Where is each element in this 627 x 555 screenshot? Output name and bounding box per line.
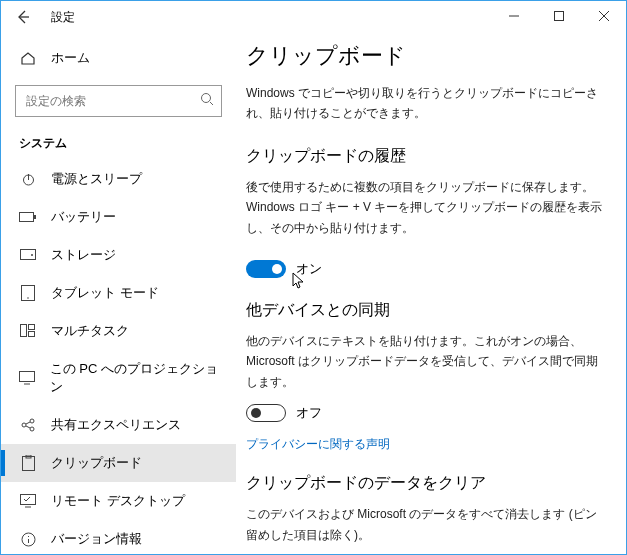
close-button[interactable]	[581, 1, 626, 31]
maximize-button[interactable]	[536, 1, 581, 31]
nav-clipboard[interactable]: クリップボード	[1, 444, 236, 482]
main-panel[interactable]: クリップボード Windows でコピーや切り取りを行うとクリップボードにコピー…	[236, 33, 626, 554]
nav-label: リモート デスクトップ	[51, 492, 185, 510]
nav-tablet[interactable]: タブレット モード	[1, 274, 236, 312]
svg-rect-3	[20, 212, 34, 221]
tablet-icon	[19, 285, 37, 301]
svg-rect-16	[22, 457, 34, 471]
svg-point-14	[30, 419, 34, 423]
back-button[interactable]	[9, 3, 37, 31]
nav-label: マルチタスク	[51, 322, 129, 340]
storage-icon	[19, 249, 37, 261]
svg-point-8	[27, 297, 29, 299]
history-toggle[interactable]	[246, 260, 286, 278]
minimize-button[interactable]	[491, 1, 536, 31]
nav-label: バッテリー	[51, 208, 116, 226]
sync-toggle[interactable]	[246, 404, 286, 422]
sync-toggle-label: オフ	[296, 404, 322, 422]
svg-point-15	[30, 427, 34, 431]
svg-rect-0	[554, 12, 563, 21]
history-toggle-label: オン	[296, 260, 322, 278]
nav-label: 電源とスリープ	[51, 170, 142, 188]
nav-storage[interactable]: ストレージ	[1, 236, 236, 274]
intro-text: Windows でコピーや切り取りを行うとクリップボードにコピーされ、貼り付ける…	[246, 83, 604, 124]
svg-rect-4	[34, 215, 36, 219]
nav-label: クリップボード	[51, 454, 142, 472]
nav-battery[interactable]: バッテリー	[1, 198, 236, 236]
power-icon	[19, 172, 37, 187]
multitask-icon	[19, 324, 37, 338]
nav-label: ストレージ	[51, 246, 116, 264]
nav-multitask[interactable]: マルチタスク	[1, 312, 236, 350]
window-title: 設定	[51, 9, 75, 26]
history-desc: 後で使用するために複数の項目をクリップボードに保存します。Windows ロゴ …	[246, 177, 604, 238]
nav-label: この PC へのプロジェクション	[50, 360, 218, 396]
svg-rect-10	[29, 325, 35, 330]
nav-projection[interactable]: この PC へのプロジェクション	[1, 350, 236, 406]
sync-heading: 他デバイスとの同期	[246, 300, 604, 321]
nav-about[interactable]: バージョン情報	[1, 520, 236, 555]
nav-label: 共有エクスペリエンス	[51, 416, 181, 434]
nav-remote[interactable]: リモート デスクトップ	[1, 482, 236, 520]
clear-desc: このデバイスおよび Microsoft のデータをすべて消去します (ピン留めし…	[246, 504, 604, 545]
page-title: クリップボード	[246, 41, 604, 71]
home-nav[interactable]: ホーム	[1, 41, 236, 75]
projection-icon	[19, 371, 36, 385]
history-heading: クリップボードの履歴	[246, 146, 604, 167]
svg-rect-9	[21, 325, 27, 337]
info-icon	[19, 532, 37, 547]
clear-heading: クリップボードのデータをクリア	[246, 473, 604, 494]
privacy-link[interactable]: プライバシーに関する声明	[246, 436, 604, 453]
clipboard-icon	[19, 455, 37, 471]
battery-icon	[19, 212, 37, 223]
search-input[interactable]	[15, 85, 222, 117]
remote-icon	[19, 494, 37, 508]
section-label: システム	[1, 131, 236, 160]
home-icon	[19, 50, 37, 66]
nav-power-sleep[interactable]: 電源とスリープ	[1, 160, 236, 198]
nav-label: バージョン情報	[51, 530, 142, 548]
nav-label: タブレット モード	[51, 284, 159, 302]
svg-point-6	[31, 254, 33, 256]
home-label: ホーム	[51, 49, 90, 67]
svg-rect-11	[29, 332, 35, 337]
nav-shared[interactable]: 共有エクスペリエンス	[1, 406, 236, 444]
svg-point-13	[22, 423, 26, 427]
sync-desc: 他のデバイスにテキストを貼り付けます。これがオンの場合、Microsoft はク…	[246, 331, 604, 392]
svg-rect-5	[21, 250, 36, 260]
svg-rect-12	[20, 372, 35, 382]
share-icon	[19, 417, 37, 433]
